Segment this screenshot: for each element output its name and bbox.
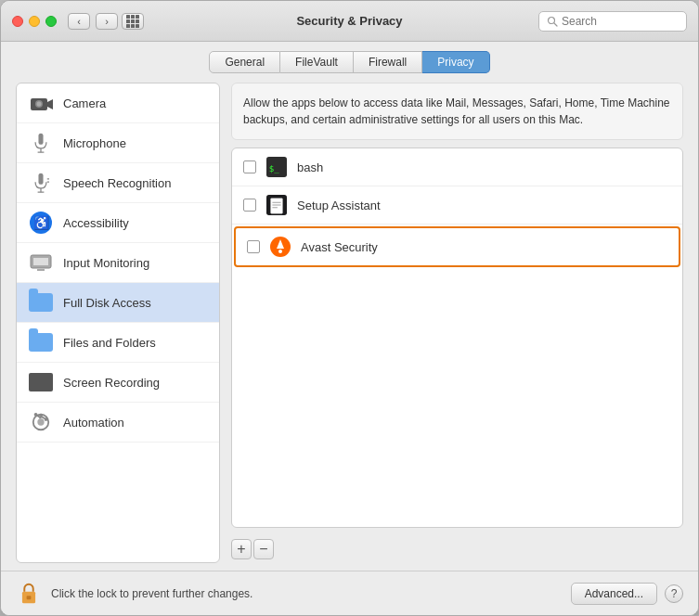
maximize-button[interactable] xyxy=(45,16,57,27)
camera-icon xyxy=(28,90,54,116)
tab-filevault[interactable]: FileVault xyxy=(280,51,354,73)
sidebar-item-accessibility[interactable]: ♿ Accessibility xyxy=(17,203,219,243)
app-label-setup-assistant: Setup Assistant xyxy=(297,199,381,212)
app-row-setup-assistant[interactable]: Setup Assistant xyxy=(232,186,682,225)
svg-rect-22 xyxy=(271,199,283,214)
accessibility-icon: ♿ xyxy=(28,210,54,236)
app-icon-setup-assistant xyxy=(265,194,288,216)
svg-point-18 xyxy=(37,418,44,425)
full-disk-access-icon xyxy=(28,289,54,315)
grid-icon xyxy=(126,15,139,28)
sidebar-item-files-and-folders[interactable]: Files and Folders xyxy=(17,323,219,363)
sidebar-item-full-disk-access-label: Full Disk Access xyxy=(63,296,151,310)
window-title: Security & Privacy xyxy=(296,14,402,28)
sidebar-item-automation-label: Automation xyxy=(63,416,124,430)
nav-buttons: ‹ › xyxy=(68,13,118,30)
tab-privacy[interactable]: Privacy xyxy=(422,51,489,73)
traffic-lights xyxy=(12,16,57,27)
app-label-bash: bash xyxy=(297,160,323,174)
svg-line-1 xyxy=(554,23,557,26)
speech-recognition-icon xyxy=(28,170,54,196)
lock-icon[interactable] xyxy=(16,579,42,609)
tabbar: General FileVault Firewall Privacy xyxy=(1,42,698,73)
svg-point-27 xyxy=(278,250,282,253)
list-controls: + − xyxy=(231,535,683,563)
description-box: Allow the apps below to access data like… xyxy=(231,83,683,140)
sidebar-item-accessibility-label: Accessibility xyxy=(63,216,129,230)
bottombar: Click the lock to prevent further change… xyxy=(1,571,698,615)
app-label-avast-security: Avast Security xyxy=(301,240,378,254)
forward-button[interactable]: › xyxy=(96,13,118,30)
files-and-folders-icon xyxy=(28,329,54,355)
sidebar-item-full-disk-access[interactable]: Full Disk Access xyxy=(17,283,219,323)
app-row-avast-security[interactable]: Avast Security xyxy=(234,226,680,267)
svg-rect-6 xyxy=(38,134,43,145)
remove-app-button[interactable]: − xyxy=(253,539,274,559)
tab-general[interactable]: General xyxy=(209,51,280,73)
sidebar-item-camera[interactable]: Camera xyxy=(17,83,219,123)
close-button[interactable] xyxy=(12,16,23,27)
minimize-button[interactable] xyxy=(29,16,40,27)
svg-point-0 xyxy=(549,17,555,23)
main-content: Camera Microphone xyxy=(1,73,698,563)
app-icon-bash: $_ xyxy=(265,156,288,178)
search-input[interactable] xyxy=(562,15,679,28)
svg-rect-29 xyxy=(27,596,32,599)
app-checkbox-avast-security[interactable] xyxy=(247,240,260,253)
sidebar-item-input-monitoring-label: Input Monitoring xyxy=(63,256,149,270)
svg-rect-16 xyxy=(37,269,45,271)
grid-button[interactable] xyxy=(122,13,144,30)
main-window: ‹ › Security & Privacy General FileVault… xyxy=(0,0,699,616)
microphone-icon xyxy=(28,130,54,156)
tab-firewall[interactable]: Firewall xyxy=(354,51,422,73)
svg-rect-15 xyxy=(33,258,48,265)
sidebar-item-microphone[interactable]: Microphone xyxy=(17,123,219,163)
app-row-bash[interactable]: $_ bash xyxy=(232,148,682,186)
lock-text: Click the lock to prevent further change… xyxy=(51,587,571,600)
sidebar-item-input-monitoring[interactable]: Input Monitoring xyxy=(17,243,219,283)
app-icon-avast-security xyxy=(269,236,291,258)
search-icon xyxy=(547,16,558,27)
titlebar: ‹ › Security & Privacy xyxy=(1,1,698,42)
sidebar-item-automation[interactable]: Automation xyxy=(17,403,219,443)
app-checkbox-setup-assistant[interactable] xyxy=(243,199,256,212)
sidebar-item-speech-recognition-label: Speech Recognition xyxy=(63,176,171,190)
svg-rect-9 xyxy=(38,173,43,185)
sidebar-item-camera-label: Camera xyxy=(63,96,106,110)
screen-recording-icon xyxy=(28,369,54,395)
help-button[interactable]: ? xyxy=(665,584,683,603)
automation-icon xyxy=(28,409,54,435)
add-app-button[interactable]: + xyxy=(231,539,252,559)
input-monitoring-icon xyxy=(28,250,54,276)
sidebar-item-microphone-label: Microphone xyxy=(63,136,126,150)
svg-text:$_: $_ xyxy=(269,163,280,173)
svg-marker-3 xyxy=(47,99,53,109)
back-button[interactable]: ‹ xyxy=(68,13,90,30)
app-checkbox-bash[interactable] xyxy=(243,160,256,173)
apps-list: $_ bash xyxy=(231,148,683,528)
svg-point-5 xyxy=(37,102,42,107)
sidebar-item-speech-recognition[interactable]: Speech Recognition xyxy=(17,163,219,203)
sidebar-item-screen-recording[interactable]: Screen Recording xyxy=(17,363,219,403)
search-box[interactable] xyxy=(538,11,687,32)
advanced-button[interactable]: Advanced... xyxy=(571,583,657,605)
sidebar-item-screen-recording-label: Screen Recording xyxy=(63,376,160,390)
sidebar-item-files-and-folders-label: Files and Folders xyxy=(63,336,156,350)
right-panel: Allow the apps below to access data like… xyxy=(231,83,683,563)
sidebar: Camera Microphone xyxy=(16,83,220,563)
